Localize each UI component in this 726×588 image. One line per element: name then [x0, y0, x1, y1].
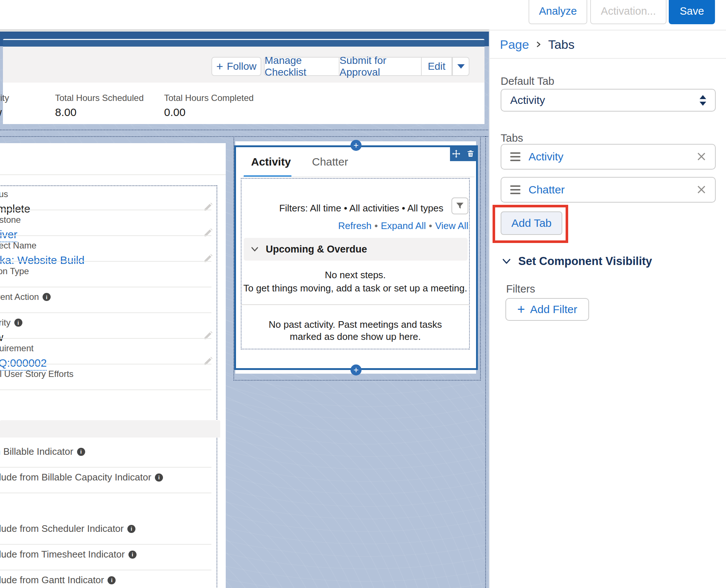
- chevron-right-icon: [535, 41, 542, 48]
- analyze-button[interactable]: Analyze: [529, 0, 587, 24]
- activity-filters-summary: Filters: All time • All activities • All…: [257, 203, 443, 214]
- detail-tab-strip-line: [0, 174, 226, 175]
- field-milestone: Milestone Deliver: [0, 215, 218, 242]
- field-divider: [0, 261, 211, 262]
- plus-icon: +: [216, 61, 223, 72]
- edit-pencil-icon[interactable]: [203, 227, 214, 238]
- region-dotted-border: [485, 136, 486, 588]
- manage-checklist-button[interactable]: Manage Checklist: [264, 57, 340, 76]
- info-icon[interactable]: i: [77, 448, 85, 456]
- tab-row-activity-link[interactable]: Activity: [529, 150, 697, 163]
- breadcrumb-page-link[interactable]: Page: [500, 37, 529, 52]
- info-icon[interactable]: i: [128, 551, 137, 559]
- tab-chatter[interactable]: Chatter: [312, 156, 348, 168]
- field-project-name: Project Name Afrika: Website Build: [0, 240, 218, 266]
- tab-row-chatter[interactable]: Chatter: [501, 177, 716, 203]
- more-actions-button[interactable]: [452, 57, 469, 76]
- chevron-down-icon: [250, 245, 259, 254]
- drag-handle-icon[interactable]: [510, 185, 520, 194]
- trash-icon[interactable]: [466, 149, 475, 158]
- field-divider: [0, 570, 211, 570]
- edit-pencil-icon[interactable]: [203, 253, 214, 264]
- follow-button[interactable]: + Follow: [211, 57, 261, 76]
- edit-pencil-icon[interactable]: [203, 356, 214, 367]
- field-divider: [0, 287, 211, 287]
- expand-all-link[interactable]: Expand All: [381, 220, 426, 231]
- funnel-icon: [455, 201, 465, 211]
- activity-divider: [241, 304, 470, 305]
- field-status: Status Complete: [0, 189, 218, 215]
- breadcrumb: Page Tabs: [500, 37, 574, 52]
- highlight-field-hours-scheduled: Total Hours Scheduled 8.00: [55, 93, 144, 119]
- submit-for-approval-button[interactable]: Submit for Approval: [340, 57, 422, 76]
- field-non-billable-indicator: Non Billable Indicatori: [0, 446, 218, 457]
- select-stepper-icon[interactable]: [700, 95, 706, 106]
- info-icon[interactable]: i: [108, 576, 116, 584]
- section-header-band[interactable]: [0, 420, 220, 438]
- filter-button[interactable]: [451, 197, 468, 214]
- add-component-below-button[interactable]: +: [351, 364, 362, 375]
- default-tab-select[interactable]: Activity: [501, 89, 716, 112]
- add-filter-button[interactable]: + Add Filter: [505, 298, 589, 321]
- field-divider: [0, 312, 211, 313]
- region-dotted-border: [0, 130, 488, 130]
- move-icon[interactable]: [451, 149, 461, 159]
- tab-activity[interactable]: Activity: [251, 156, 291, 168]
- info-icon[interactable]: i: [155, 473, 163, 482]
- field-divider: [0, 364, 211, 364]
- follow-label: Follow: [227, 61, 257, 72]
- upcoming-overdue-section[interactable]: Upcoming & Overdue: [244, 238, 468, 261]
- field-current-action: Current Actioni: [0, 292, 218, 302]
- edit-button[interactable]: Edit: [422, 57, 452, 76]
- tabs-list-label: Tabs: [501, 132, 523, 144]
- set-component-visibility-section[interactable]: Set Component Visibility: [501, 255, 652, 268]
- view-all-link[interactable]: View All: [435, 220, 468, 231]
- chevron-down-icon: [501, 256, 512, 266]
- remove-tab-icon[interactable]: [697, 152, 706, 161]
- add-component-above-button[interactable]: +: [351, 140, 362, 151]
- highlights-banner-strip: [3, 40, 484, 47]
- lightning-app-builder: Analyze Activation... Save + Follow Mana…: [0, 0, 726, 588]
- panel-divider: [489, 58, 726, 59]
- highlight-field-priority: Priority Low: [0, 93, 9, 119]
- no-next-steps-hint: To get things moving, add a task or set …: [241, 283, 470, 294]
- builder-toolbar: Analyze Activation... Save: [0, 0, 726, 29]
- field-exclude-timesheet: Exclude from Timesheet Indicatori: [0, 549, 218, 560]
- chevron-down-icon: [457, 64, 465, 69]
- filters-label: Filters: [506, 283, 535, 295]
- highlight-field-hours-completed: Total Hours Completed 0.00: [164, 93, 254, 119]
- activation-button[interactable]: Activation...: [590, 0, 667, 24]
- info-icon[interactable]: i: [14, 319, 22, 327]
- remove-tab-icon[interactable]: [697, 185, 706, 195]
- field-divider: [0, 235, 211, 236]
- field-divider: [0, 389, 211, 390]
- field-total-user-story-efforts: Total User Story Efforts: [0, 369, 218, 379]
- component-action-badge: [450, 146, 476, 161]
- refresh-link[interactable]: Refresh: [338, 220, 371, 231]
- plus-icon: +: [517, 303, 525, 316]
- field-divider: [0, 467, 211, 468]
- no-next-steps-text: No next steps.: [241, 269, 470, 281]
- field-divider: [0, 544, 211, 545]
- edit-pencil-icon[interactable]: [203, 330, 214, 341]
- drag-handle-icon[interactable]: [510, 152, 520, 161]
- tab-row-activity[interactable]: Activity: [501, 144, 716, 170]
- project-name-link[interactable]: Afrika: Website Build: [0, 254, 218, 266]
- save-button[interactable]: Save: [669, 0, 715, 24]
- field-priority: Priorityi Low: [0, 317, 218, 344]
- field-requirement: Requirement REQ:000002: [0, 343, 218, 371]
- info-icon[interactable]: i: [127, 525, 135, 533]
- activity-links: Refresh•Expand All•View All: [294, 220, 468, 232]
- add-tab-button[interactable]: Add Tab: [501, 211, 562, 235]
- panel-top-divider: [489, 30, 726, 30]
- tab-row-chatter-link[interactable]: Chatter: [529, 184, 697, 196]
- field-action-type: Action Type: [0, 266, 218, 276]
- field-divider: [0, 493, 211, 493]
- field-exclude-scheduler: Exclude from Scheduler Indicatori: [0, 523, 218, 534]
- field-divider: [0, 338, 211, 339]
- edit-pencil-icon[interactable]: [203, 202, 214, 213]
- field-exclude-billable-capacity: Exclude from Billable Capacity Indicator…: [0, 472, 218, 483]
- breadcrumb-current: Tabs: [548, 37, 574, 52]
- field-exclude-gantt: Exclude from Gantt Indicatori: [0, 574, 218, 586]
- info-icon[interactable]: i: [43, 293, 51, 301]
